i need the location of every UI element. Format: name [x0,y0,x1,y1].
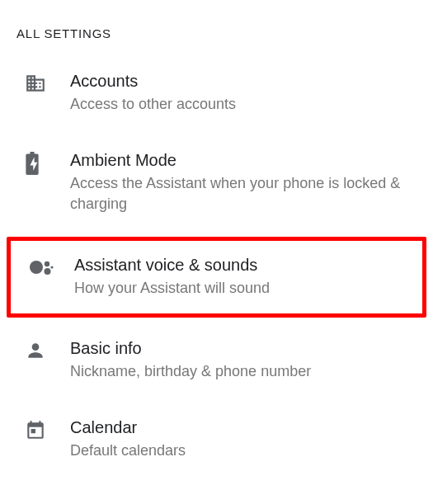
svg-point-0 [30,261,43,274]
settings-item-assistant-voice[interactable]: Assistant voice & sounds How your Assist… [7,237,426,318]
svg-point-3 [50,266,53,268]
battery-icon [25,151,70,175]
settings-item-title: Calendar [70,418,417,437]
settings-item-title: Ambient Mode [70,151,417,170]
settings-item-basic-info[interactable]: Basic info Nickname, birthday & phone nu… [0,321,433,400]
settings-item-subtitle: How your Assistant will sound [74,278,412,299]
settings-item-title: Accounts [70,72,417,91]
settings-item-accounts[interactable]: Accounts Access to other accounts [0,54,433,133]
settings-item-subtitle: Default calendars [70,440,417,461]
settings-item-subtitle: Access to other accounts [70,94,417,115]
settings-item-title: Basic info [70,339,417,358]
svg-point-2 [45,268,51,275]
settings-item-ambient-mode[interactable]: Ambient Mode Access the Assistant when y… [0,133,433,233]
svg-point-4 [32,343,40,351]
calendar-icon [25,418,70,440]
settings-item-calendar[interactable]: Calendar Default calendars [0,400,433,479]
settings-header: ALL SETTINGS [0,0,433,54]
settings-item-subtitle: Access the Assistant when your phone is … [70,173,417,214]
settings-list: Accounts Access to other accounts Ambien… [0,54,433,479]
settings-item-title: Assistant voice & sounds [74,256,412,275]
assistant-icon [29,256,74,278]
person-icon [25,339,70,361]
settings-item-subtitle: Nickname, birthday & phone number [70,361,417,382]
business-icon [25,72,70,94]
svg-point-1 [45,261,49,266]
